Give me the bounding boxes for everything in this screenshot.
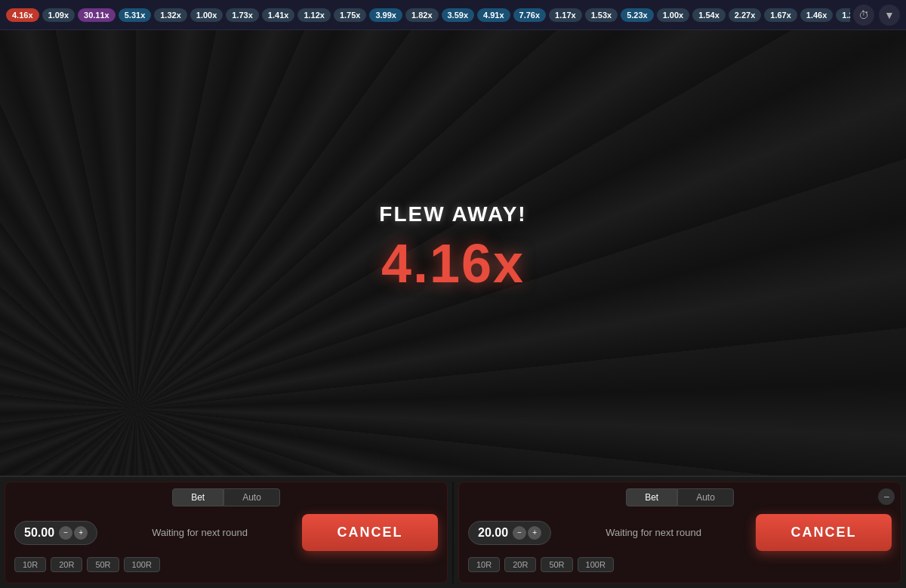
bet-panel-1-tabs: Bet Auto xyxy=(14,488,438,506)
multiplier-badge-11[interactable]: 1.82x xyxy=(405,8,439,22)
multiplier-badge-13[interactable]: 4.91x xyxy=(477,8,510,22)
multiplier-badge-21[interactable]: 1.67x xyxy=(764,8,797,22)
multiplier-badge-16[interactable]: 1.53x xyxy=(585,8,618,22)
quick-bet-btn-p1-2[interactable]: 50R xyxy=(87,557,119,572)
bet-tab-1[interactable]: Bet xyxy=(172,488,223,506)
multiplier-badge-18[interactable]: 1.00x xyxy=(657,8,690,22)
multipliers-list: 4.16x1.09x30.11x5.31x1.32x1.00x1.73x1.41… xyxy=(6,8,850,22)
multiplier-badge-12[interactable]: 3.59x xyxy=(442,8,475,22)
top-right-icons: ⏱ ▼ xyxy=(853,5,900,26)
multiplier-badge-20[interactable]: 2.27x xyxy=(729,8,762,22)
multiplier-badge-9[interactable]: 1.75x xyxy=(334,8,367,22)
quick-bet-row-2: 10R20R50R100R xyxy=(468,557,892,572)
bet-increase-btn-2[interactable]: + xyxy=(528,526,541,540)
settings-icon[interactable]: ▼ xyxy=(879,5,900,26)
bet-amount-box-2: 20.00 − + xyxy=(468,521,551,545)
cancel-button-1[interactable]: CANCEL xyxy=(302,514,438,551)
quick-bet-btn-p2-2[interactable]: 50R xyxy=(541,557,572,572)
multiplier-badge-7[interactable]: 1.41x xyxy=(262,8,295,22)
bet-panel-2-tabs: Bet Auto xyxy=(468,488,892,506)
multiplier-badge-22[interactable]: 1.46x xyxy=(800,8,834,22)
quick-bet-btn-p2-0[interactable]: 10R xyxy=(468,557,500,572)
multiplier-badge-23[interactable]: 1.24x xyxy=(836,8,850,22)
bet-decrease-btn-2[interactable]: − xyxy=(513,526,526,540)
bet-panel-1: Bet Auto 50.00 − + Waiting for next roun… xyxy=(5,482,448,583)
quick-bet-row-1: 10R20R50R100R xyxy=(14,557,438,572)
multiplier-badge-15[interactable]: 1.17x xyxy=(549,8,582,22)
multiplier-badge-4[interactable]: 1.32x xyxy=(154,8,187,22)
quick-bet-btn-p1-1[interactable]: 20R xyxy=(51,557,82,572)
waiting-text-1: Waiting for next round xyxy=(105,527,294,538)
multiplier-badge-0[interactable]: 4.16x xyxy=(6,8,39,22)
quick-bet-btn-p2-3[interactable]: 100R xyxy=(578,557,614,572)
quick-bet-btn-p2-1[interactable]: 20R xyxy=(504,557,536,572)
bottom-panel: Bet Auto 50.00 − + Waiting for next roun… xyxy=(0,476,906,588)
top-bar: 4.16x1.09x30.11x5.31x1.32x1.00x1.73x1.41… xyxy=(0,0,906,30)
bet-increase-btn-1[interactable]: + xyxy=(74,526,88,540)
cancel-button-2[interactable]: CANCEL xyxy=(756,514,892,551)
waiting-text-2: Waiting for next round xyxy=(559,527,748,538)
bet-tab-2[interactable]: Bet xyxy=(626,488,677,506)
panel-divider xyxy=(452,482,454,583)
multiplier-badge-1[interactable]: 1.09x xyxy=(42,8,76,22)
bet-panel-2: − Bet Auto 20.00 − + Waiting for next ro… xyxy=(458,482,901,583)
history-icon[interactable]: ⏱ xyxy=(853,5,874,26)
multiplier-badge-17[interactable]: 5.23x xyxy=(621,8,654,22)
bet-amount-value-1: 50.00 xyxy=(24,526,54,540)
flew-away-container: FLEW AWAY! 4.16x xyxy=(379,202,526,294)
multiplier-badge-6[interactable]: 1.73x xyxy=(226,8,259,22)
bet-decrease-btn-1[interactable]: − xyxy=(59,526,72,540)
quick-bet-btn-p1-3[interactable]: 100R xyxy=(124,557,160,572)
bet-amount-controls-2: − + xyxy=(513,526,541,540)
panel-close-btn[interactable]: − xyxy=(878,488,895,505)
bet-controls-row-1: 50.00 − + Waiting for next round CANCEL xyxy=(14,514,438,551)
quick-bet-btn-p1-0[interactable]: 10R xyxy=(14,557,46,572)
multiplier-badge-8[interactable]: 1.12x xyxy=(297,8,331,22)
bet-amount-value-2: 20.00 xyxy=(478,526,508,540)
flew-away-text: FLEW AWAY! xyxy=(379,202,526,226)
bet-amount-controls-1: − + xyxy=(59,526,88,540)
multiplier-display: 4.16x xyxy=(379,232,526,294)
auto-tab-2[interactable]: Auto xyxy=(677,488,734,506)
game-area: FLEW AWAY! 4.16x xyxy=(0,30,906,476)
bet-amount-box-1: 50.00 − + xyxy=(14,521,97,545)
multiplier-badge-19[interactable]: 1.54x xyxy=(692,8,726,22)
multiplier-badge-2[interactable]: 30.11x xyxy=(78,8,116,22)
multiplier-badge-10[interactable]: 3.99x xyxy=(369,8,402,22)
multiplier-badge-14[interactable]: 7.76x xyxy=(513,8,547,22)
multiplier-badge-5[interactable]: 1.00x xyxy=(190,8,223,22)
multiplier-badge-3[interactable]: 5.31x xyxy=(119,8,152,22)
auto-tab-1[interactable]: Auto xyxy=(223,488,280,506)
bet-controls-row-2: 20.00 − + Waiting for next round CANCEL xyxy=(468,514,892,551)
